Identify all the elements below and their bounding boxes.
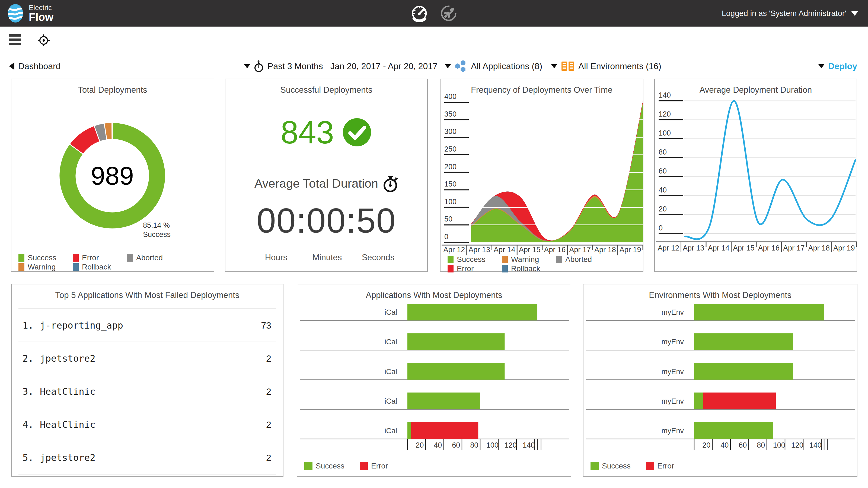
svg-text:60: 60	[452, 441, 460, 449]
list-item: 5.jpetstore22	[19, 441, 276, 475]
deploy-rocket-icon[interactable]	[440, 4, 458, 22]
svg-text:140: 140	[523, 441, 535, 449]
legend-swatch	[127, 254, 133, 262]
svg-text:120: 120	[504, 441, 517, 449]
svg-text:Apr 12: Apr 12	[657, 244, 679, 252]
dashboard-gauge-icon[interactable]	[410, 4, 428, 22]
legend-swatch	[590, 462, 599, 470]
svg-text:20: 20	[659, 205, 667, 213]
svg-text:Apr 16: Apr 16	[544, 246, 566, 254]
svg-text:Apr 17: Apr 17	[569, 246, 591, 254]
svg-text:100: 100	[444, 198, 457, 206]
svg-text:iCal: iCal	[384, 308, 397, 316]
applications-label: All Applications (8)	[471, 61, 542, 71]
top-bar: Electric Flow Logged	[0, 0, 868, 27]
menu-button[interactable]	[9, 34, 21, 47]
list-item: 3.HeatClinic2	[19, 375, 276, 408]
svg-text:40: 40	[720, 441, 728, 449]
svg-text:60: 60	[739, 441, 747, 449]
legend-item-success[interactable]: Success	[447, 255, 502, 264]
total-deployments-panel: Total Deployments 98985.14 %Success Succ…	[11, 78, 214, 272]
svg-text:Apr 14: Apr 14	[708, 244, 730, 252]
successful-deployments-panel: Successful Deployments 843 Average Total…	[225, 78, 428, 272]
svg-text:myEnv: myEnv	[661, 308, 684, 316]
svg-text:40: 40	[659, 186, 667, 194]
legend-swatch	[19, 263, 24, 271]
time-range-dropdown[interactable]: Past 3 Months	[244, 54, 323, 78]
deploy-label: Deploy	[828, 61, 857, 71]
environments-dropdown[interactable]: All Environments (16)	[551, 54, 661, 78]
svg-text:100: 100	[659, 129, 671, 137]
stopwatch-icon	[254, 60, 264, 73]
svg-text:Apr 19: Apr 19	[620, 246, 641, 254]
svg-text:myEnv: myEnv	[661, 338, 684, 346]
svg-text:140: 140	[659, 91, 671, 99]
legend-swatch	[556, 256, 562, 263]
svg-text:150: 150	[444, 180, 457, 188]
svg-text:myEnv: myEnv	[661, 368, 684, 376]
envs-deployments-panel: Environments With Most Deployments myEnv…	[583, 284, 858, 477]
svg-text:Apr 12: Apr 12	[443, 246, 465, 254]
svg-text:85.14 %: 85.14 %	[143, 221, 170, 229]
legend-item-warning[interactable]: Warning	[19, 263, 73, 271]
frequency-panel: Frequency of Deployments Over Time 05010…	[440, 78, 643, 272]
donut-legend: Success Error Aborted Warning Rollback	[19, 253, 187, 272]
svg-text:80: 80	[659, 148, 667, 156]
legend-item-error[interactable]: Error	[73, 254, 127, 262]
time-range-label: Past 3 Months	[268, 61, 323, 71]
apps-deployments-panel: Applications With Most Deployments iCali…	[297, 284, 571, 477]
svg-text:400: 400	[444, 93, 457, 101]
envs-legend: Success Error	[590, 461, 701, 471]
svg-text:Apr 19: Apr 19	[833, 244, 855, 252]
legend-item-rollback[interactable]: Rollback	[502, 264, 556, 273]
legend-swatch	[646, 462, 654, 470]
svg-text:Apr 16: Apr 16	[758, 244, 780, 252]
legend-item-error[interactable]: Error	[646, 462, 701, 470]
crosshair-icon[interactable]	[37, 34, 50, 46]
svg-text:Success: Success	[143, 230, 170, 238]
legend-item-rollback[interactable]: Rollback	[73, 263, 127, 271]
svg-text:300: 300	[444, 127, 457, 135]
panel-title: Top 5 Applications With Most Failed Depl…	[12, 290, 283, 300]
svg-text:20: 20	[702, 441, 710, 449]
chevron-down-icon	[851, 11, 858, 16]
applications-dropdown[interactable]: All Applications (8)	[445, 54, 542, 78]
legend-item-warning[interactable]: Warning	[502, 255, 556, 264]
environments-icon	[561, 61, 575, 72]
total-deployments-donut: 98985.14 %Success	[11, 79, 215, 272]
legend-swatch	[19, 254, 24, 262]
svg-text:250: 250	[444, 145, 457, 153]
chevron-down-icon	[551, 64, 557, 68]
user-menu[interactable]: Logged in as 'System Administrator'	[722, 0, 858, 27]
svg-text:Apr 13: Apr 13	[683, 244, 705, 252]
breadcrumb: Dashboard	[18, 61, 61, 71]
list-item: 2.jpetstore22	[19, 341, 276, 375]
top5-list: 1.j-reporting_app73 2.jpetstore22 3.Heat…	[19, 308, 276, 475]
legend-swatch	[73, 254, 79, 262]
legend-swatch	[502, 256, 508, 263]
list-item: 1.j-reporting_app73	[19, 308, 276, 341]
legend-item-error[interactable]: Error	[447, 264, 502, 273]
unit-seconds: Seconds	[362, 253, 395, 262]
legend-item-error[interactable]: Error	[360, 462, 415, 470]
svg-text:iCal: iCal	[384, 338, 397, 346]
duration-line-chart: 020406080100120140Apr 12Apr 13Apr 14Apr …	[655, 79, 858, 272]
check-circle-icon	[342, 118, 372, 147]
svg-text:989: 989	[91, 161, 134, 190]
legend-item-success[interactable]: Success	[590, 462, 646, 470]
legend-item-success[interactable]: Success	[304, 462, 360, 470]
chevron-down-icon	[818, 64, 824, 68]
legend-swatch	[502, 265, 508, 272]
legend-item-aborted[interactable]: Aborted	[556, 255, 616, 264]
back-to-dashboard[interactable]: Dashboard	[9, 54, 61, 78]
svg-text:20: 20	[415, 441, 424, 449]
svg-text:Apr 15: Apr 15	[733, 244, 755, 252]
legend-item-aborted[interactable]: Aborted	[127, 254, 187, 262]
legend-item-success[interactable]: Success	[19, 254, 73, 262]
deploy-button[interactable]: Deploy	[818, 54, 857, 78]
svg-text:100: 100	[486, 441, 499, 449]
avg-duration-value: 00:00:50	[225, 201, 427, 240]
unit-minutes: Minutes	[312, 253, 342, 262]
duration-panel: Average Deployment Duration 020406080100…	[654, 78, 857, 272]
svg-text:120: 120	[791, 441, 803, 449]
